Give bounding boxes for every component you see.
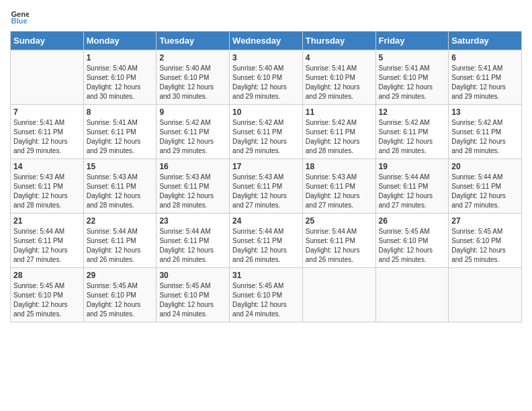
- calendar-cell: 6Sunrise: 5:41 AM Sunset: 6:11 PM Daylig…: [449, 50, 522, 105]
- day-info: Sunrise: 5:45 AM Sunset: 6:10 PM Dayligh…: [232, 281, 300, 319]
- day-info: Sunrise: 5:41 AM Sunset: 6:11 PM Dayligh…: [87, 118, 154, 156]
- day-info: Sunrise: 5:41 AM Sunset: 6:10 PM Dayligh…: [306, 64, 373, 101]
- day-number: 4: [306, 53, 373, 62]
- day-info: Sunrise: 5:45 AM Sunset: 6:10 PM Dayligh…: [13, 281, 81, 319]
- day-info: Sunrise: 5:41 AM Sunset: 6:10 PM Dayligh…: [379, 64, 446, 101]
- day-info: Sunrise: 5:42 AM Sunset: 6:11 PM Dayligh…: [159, 118, 226, 156]
- day-number: 31: [232, 271, 300, 280]
- day-info: Sunrise: 5:44 AM Sunset: 6:11 PM Dayligh…: [306, 227, 373, 265]
- day-number: 8: [87, 107, 154, 117]
- day-info: Sunrise: 5:45 AM Sunset: 6:10 PM Dayligh…: [379, 227, 446, 265]
- calendar-cell: 29Sunrise: 5:45 AM Sunset: 6:10 PM Dayli…: [83, 268, 157, 322]
- header-cell-thursday: Thursday: [302, 32, 375, 50]
- page-header: General Blue: [10, 7, 522, 26]
- calendar-cell: 8Sunrise: 5:41 AM Sunset: 6:11 PM Daylig…: [83, 105, 157, 159]
- day-number: 6: [451, 53, 519, 62]
- calendar-cell: 7Sunrise: 5:41 AM Sunset: 6:11 PM Daylig…: [11, 105, 84, 159]
- calendar-cell: 14Sunrise: 5:43 AM Sunset: 6:11 PM Dayli…: [11, 159, 84, 214]
- day-number: 3: [232, 53, 300, 62]
- day-number: 17: [232, 162, 300, 171]
- day-info: Sunrise: 5:44 AM Sunset: 6:11 PM Dayligh…: [87, 227, 154, 265]
- day-info: Sunrise: 5:41 AM Sunset: 6:11 PM Dayligh…: [13, 118, 81, 156]
- day-info: Sunrise: 5:44 AM Sunset: 6:11 PM Dayligh…: [159, 227, 226, 265]
- day-number: 25: [306, 216, 373, 226]
- calendar-cell: 5Sunrise: 5:41 AM Sunset: 6:10 PM Daylig…: [375, 50, 449, 105]
- calendar-cell: 30Sunrise: 5:45 AM Sunset: 6:10 PM Dayli…: [157, 268, 230, 322]
- day-info: Sunrise: 5:42 AM Sunset: 6:11 PM Dayligh…: [379, 118, 446, 156]
- calendar-header: SundayMondayTuesdayWednesdayThursdayFrid…: [11, 32, 522, 50]
- calendar-week-2: 7Sunrise: 5:41 AM Sunset: 6:11 PM Daylig…: [11, 105, 522, 159]
- day-info: Sunrise: 5:44 AM Sunset: 6:11 PM Dayligh…: [379, 173, 446, 210]
- day-number: 29: [87, 271, 154, 280]
- calendar-week-5: 28Sunrise: 5:45 AM Sunset: 6:10 PM Dayli…: [11, 268, 522, 322]
- day-info: Sunrise: 5:44 AM Sunset: 6:11 PM Dayligh…: [232, 227, 300, 265]
- day-number: 21: [13, 216, 81, 226]
- day-info: Sunrise: 5:43 AM Sunset: 6:11 PM Dayligh…: [232, 173, 300, 210]
- calendar-cell: 31Sunrise: 5:45 AM Sunset: 6:10 PM Dayli…: [230, 268, 303, 322]
- day-info: Sunrise: 5:40 AM Sunset: 6:10 PM Dayligh…: [232, 64, 300, 101]
- calendar-cell: [302, 268, 375, 322]
- calendar-cell: 22Sunrise: 5:44 AM Sunset: 6:11 PM Dayli…: [83, 214, 157, 268]
- day-number: 28: [13, 271, 81, 280]
- svg-text:Blue: Blue: [11, 17, 27, 25]
- day-number: 1: [87, 53, 154, 62]
- day-info: Sunrise: 5:43 AM Sunset: 6:11 PM Dayligh…: [13, 173, 81, 210]
- header-cell-monday: Monday: [83, 32, 157, 50]
- calendar-cell: 10Sunrise: 5:42 AM Sunset: 6:11 PM Dayli…: [230, 105, 303, 159]
- calendar-cell: 11Sunrise: 5:42 AM Sunset: 6:11 PM Dayli…: [302, 105, 375, 159]
- logo-icon: General Blue: [10, 7, 29, 26]
- day-number: 14: [13, 162, 81, 171]
- day-number: 30: [159, 271, 226, 280]
- calendar-cell: 13Sunrise: 5:42 AM Sunset: 6:11 PM Dayli…: [449, 105, 522, 159]
- calendar-cell: 4Sunrise: 5:41 AM Sunset: 6:10 PM Daylig…: [302, 50, 375, 105]
- calendar-week-3: 14Sunrise: 5:43 AM Sunset: 6:11 PM Dayli…: [11, 159, 522, 214]
- day-info: Sunrise: 5:40 AM Sunset: 6:10 PM Dayligh…: [87, 64, 154, 101]
- calendar-cell: 1Sunrise: 5:40 AM Sunset: 6:10 PM Daylig…: [83, 50, 157, 105]
- header-cell-wednesday: Wednesday: [230, 32, 303, 50]
- calendar-cell: 17Sunrise: 5:43 AM Sunset: 6:11 PM Dayli…: [230, 159, 303, 214]
- day-info: Sunrise: 5:45 AM Sunset: 6:10 PM Dayligh…: [159, 281, 226, 319]
- calendar-cell: 26Sunrise: 5:45 AM Sunset: 6:10 PM Dayli…: [375, 214, 449, 268]
- day-number: 22: [87, 216, 154, 226]
- calendar-cell: 21Sunrise: 5:44 AM Sunset: 6:11 PM Dayli…: [11, 214, 84, 268]
- day-number: 7: [13, 107, 81, 117]
- day-info: Sunrise: 5:43 AM Sunset: 6:11 PM Dayligh…: [306, 173, 373, 210]
- calendar-cell: [449, 268, 522, 322]
- calendar-cell: 28Sunrise: 5:45 AM Sunset: 6:10 PM Dayli…: [11, 268, 84, 322]
- day-info: Sunrise: 5:45 AM Sunset: 6:10 PM Dayligh…: [87, 281, 154, 319]
- calendar-cell: [11, 50, 84, 105]
- calendar-cell: 23Sunrise: 5:44 AM Sunset: 6:11 PM Dayli…: [157, 214, 230, 268]
- day-number: 11: [306, 107, 373, 117]
- day-number: 13: [451, 107, 519, 117]
- calendar-cell: 25Sunrise: 5:44 AM Sunset: 6:11 PM Dayli…: [302, 214, 375, 268]
- day-number: 23: [159, 216, 226, 226]
- day-number: 2: [159, 53, 226, 62]
- header-cell-sunday: Sunday: [11, 32, 84, 50]
- day-number: 26: [379, 216, 446, 226]
- calendar-cell: 20Sunrise: 5:44 AM Sunset: 6:11 PM Dayli…: [449, 159, 522, 214]
- day-number: 9: [159, 107, 226, 117]
- calendar-week-4: 21Sunrise: 5:44 AM Sunset: 6:11 PM Dayli…: [11, 214, 522, 268]
- logo: General Blue: [10, 7, 30, 26]
- calendar-cell: 15Sunrise: 5:43 AM Sunset: 6:11 PM Dayli…: [83, 159, 157, 214]
- calendar-cell: [375, 268, 449, 322]
- day-info: Sunrise: 5:44 AM Sunset: 6:11 PM Dayligh…: [451, 173, 519, 210]
- day-number: 24: [232, 216, 300, 226]
- calendar-cell: 2Sunrise: 5:40 AM Sunset: 6:10 PM Daylig…: [157, 50, 230, 105]
- day-number: 5: [379, 53, 446, 62]
- day-number: 16: [159, 162, 226, 171]
- day-number: 15: [87, 162, 154, 171]
- header-cell-saturday: Saturday: [449, 32, 522, 50]
- day-info: Sunrise: 5:45 AM Sunset: 6:10 PM Dayligh…: [451, 227, 519, 265]
- day-info: Sunrise: 5:43 AM Sunset: 6:11 PM Dayligh…: [87, 173, 154, 210]
- day-info: Sunrise: 5:42 AM Sunset: 6:11 PM Dayligh…: [232, 118, 300, 156]
- calendar-cell: 24Sunrise: 5:44 AM Sunset: 6:11 PM Dayli…: [230, 214, 303, 268]
- day-number: 27: [451, 216, 519, 226]
- calendar-cell: 27Sunrise: 5:45 AM Sunset: 6:10 PM Dayli…: [449, 214, 522, 268]
- day-number: 19: [379, 162, 446, 171]
- day-info: Sunrise: 5:40 AM Sunset: 6:10 PM Dayligh…: [159, 64, 226, 101]
- day-info: Sunrise: 5:42 AM Sunset: 6:11 PM Dayligh…: [306, 118, 373, 156]
- calendar-cell: 9Sunrise: 5:42 AM Sunset: 6:11 PM Daylig…: [157, 105, 230, 159]
- day-number: 10: [232, 107, 300, 117]
- day-number: 12: [379, 107, 446, 117]
